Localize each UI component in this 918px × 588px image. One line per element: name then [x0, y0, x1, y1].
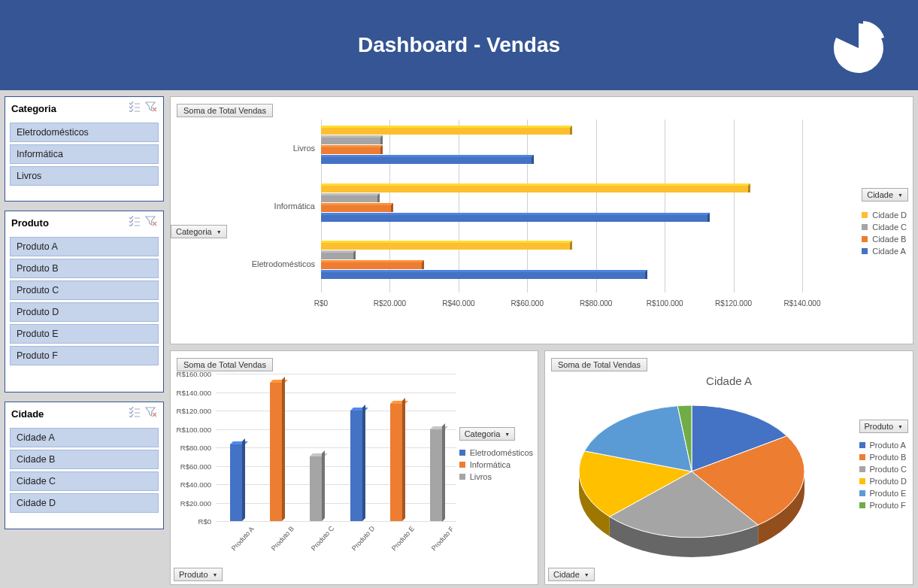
slicer-item[interactable]: Cidade C [10, 471, 159, 491]
legend-item: Produto A [859, 441, 908, 450]
slicer-item[interactable]: Eletrodomésticos [10, 123, 159, 142]
slicer-title: Produto [11, 217, 49, 229]
chart-vendas-por-categoria-cidade: Soma de Total Vendas Categoria R$0R$20.0… [170, 96, 913, 344]
slicer-item[interactable]: Cidade B [10, 450, 159, 469]
legend-item: Cidade C [862, 223, 908, 232]
slicer-item[interactable]: Cidade D [10, 493, 159, 513]
slicer-item[interactable]: Informática [10, 144, 159, 164]
slicer-title: Cidade [11, 408, 44, 420]
multiselect-icon[interactable] [129, 216, 141, 229]
slicer-item[interactable]: Produto D [10, 302, 159, 322]
slicer-item[interactable]: Produto B [10, 259, 159, 278]
legend-field-produto[interactable]: Produto [859, 420, 908, 433]
legend-item: Eletrodomésticos [459, 448, 533, 457]
slicer-item[interactable]: Produto C [10, 280, 159, 300]
clear-filter-icon[interactable] [145, 102, 157, 115]
slicer-item[interactable]: Livros [10, 166, 159, 186]
pie-title: Cidade A [551, 374, 907, 387]
slicer-item[interactable]: Produto F [10, 346, 159, 365]
legend-item: Produto D [859, 477, 908, 486]
multiselect-icon[interactable] [129, 102, 141, 115]
chart-plot-area: R$0R$20.000R$40.000R$60.000R$80.000R$100… [216, 374, 456, 539]
chart-legend: Categoria Eletrodomésticos Informática L… [459, 426, 533, 484]
slicer-panel: Categoria Eletrodomésticos Informática L… [5, 96, 164, 585]
chart-plot-area [568, 396, 816, 562]
axis-field-produto[interactable]: Produto [174, 568, 223, 581]
logo-pie-icon [829, 19, 888, 80]
slicer-item[interactable]: Cidade A [10, 428, 159, 447]
legend-item: Cidade A [862, 247, 908, 256]
clear-filter-icon[interactable] [145, 216, 157, 229]
chart-vendas-por-produto: Soma de Total Vendas R$0R$20.000R$40.000… [170, 350, 538, 585]
legend-item: Produto C [859, 465, 908, 474]
slicer-produto: Produto Produto A Produto B Produto C Pr… [5, 211, 164, 393]
clear-filter-icon[interactable] [145, 407, 157, 420]
axis-field-categoria[interactable]: Categoria [171, 225, 227, 238]
chart-plot-area: R$0R$20.000R$40.000R$60.000R$80.000R$100… [321, 120, 802, 308]
chart-legend: Produto Produto A Produto B Produto C Pr… [859, 419, 908, 513]
slicer-item[interactable]: Produto A [10, 237, 159, 256]
slicer-cidade: Cidade Cidade A Cidade B Cidade C Cidade… [5, 402, 164, 529]
legend-item: Produto F [859, 501, 908, 510]
legend-item: Livros [459, 472, 533, 481]
chart-value-chip: Soma de Total Vendas [551, 358, 647, 371]
legend-item: Cidade D [862, 211, 908, 220]
dashboard-header: Dashboard - Vendas [0, 0, 918, 90]
slicer-item[interactable]: Produto E [10, 324, 159, 344]
chart-value-chip: Soma de Total Vendas [177, 104, 273, 117]
legend-item: Informática [459, 460, 533, 469]
page-title: Dashboard - Vendas [358, 33, 560, 57]
chart-legend: Cidade Cidade D Cidade C Cidade B Cidade… [862, 187, 908, 259]
legend-item: Cidade B [862, 235, 908, 244]
legend-field-categoria[interactable]: Categoria [459, 427, 516, 441]
legend-field-cidade[interactable]: Cidade [862, 188, 908, 202]
legend-item: Produto B [859, 453, 908, 462]
slicer-categoria: Categoria Eletrodomésticos Informática L… [5, 96, 164, 202]
chart-pie-cidade: Soma de Total Vendas Cidade A Produto Pr… [544, 350, 913, 585]
axis-field-cidade[interactable]: Cidade [548, 568, 595, 581]
legend-item: Produto E [859, 489, 908, 498]
multiselect-icon[interactable] [129, 407, 141, 420]
slicer-title: Categoria [11, 103, 56, 114]
